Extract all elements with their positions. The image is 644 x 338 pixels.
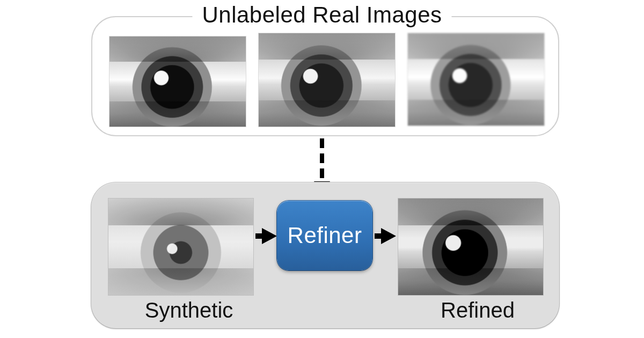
synthetic-caption: Synthetic <box>135 298 243 322</box>
diagram-root: { "title_top": "Unlabeled Real Images", … <box>0 0 644 338</box>
refined-caption: Refined <box>424 298 531 322</box>
arrow-right-head-icon <box>262 228 277 244</box>
real-eye-3-image <box>408 33 544 126</box>
real-eye-1-image <box>109 36 246 127</box>
real-eye-2-image <box>259 33 395 127</box>
refiner-label: Refiner <box>288 223 362 248</box>
refined-eye-image <box>398 199 543 295</box>
synthetic-eye-image <box>108 199 253 295</box>
arrow-right-head-icon <box>381 228 396 244</box>
refiner-block: Refiner <box>277 201 372 270</box>
unlabeled-real-images-title: Unlabeled Real Images <box>192 2 451 28</box>
